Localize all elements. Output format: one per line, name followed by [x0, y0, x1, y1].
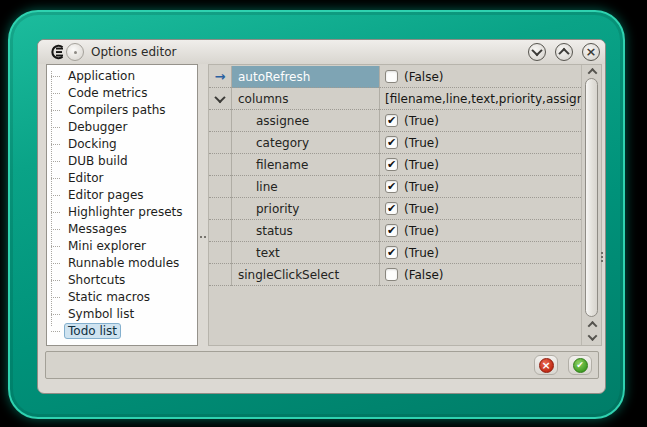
grid-row-priority[interactable]: priority✔(True)	[209, 198, 581, 220]
sidebar-item-editor-pages[interactable]: Editor pages	[47, 187, 197, 204]
property-value[interactable]: ✔(True)	[379, 176, 581, 198]
sidebar-item-todo-list[interactable]: Todo list	[47, 323, 197, 340]
property-name[interactable]: singleClickSelect	[231, 264, 379, 286]
property-rows: →autoRefresh(False)columns[filename,line…	[209, 66, 581, 286]
chevron-down-icon	[587, 331, 597, 341]
resize-grip-icon[interactable]	[601, 252, 603, 254]
property-value[interactable]: ✔(True)	[379, 110, 581, 132]
grid-row-assignee[interactable]: assignee✔(True)	[209, 110, 581, 132]
property-value[interactable]: [filename,line,text,priority,assigne	[379, 88, 581, 110]
checkbox-unchecked[interactable]	[385, 70, 398, 83]
property-name[interactable]: status	[231, 220, 379, 242]
property-name[interactable]: filename	[231, 154, 379, 176]
value-label: (True)	[404, 158, 439, 172]
chevron-up-icon	[587, 68, 597, 78]
sidebar-item-label: Shortcuts	[64, 272, 129, 288]
grid-row-line[interactable]: line✔(True)	[209, 176, 581, 198]
grid-row-singleclickselect[interactable]: singleClickSelect(False)	[209, 264, 581, 286]
grid-row-category[interactable]: category✔(True)	[209, 132, 581, 154]
property-name[interactable]: line	[231, 176, 379, 198]
chevron-down-icon	[531, 45, 542, 56]
property-value[interactable]: ✔(True)	[379, 242, 581, 264]
sidebar-item-label: Application	[64, 68, 139, 84]
close-icon: ×	[586, 45, 597, 58]
current-row-arrow-icon: →	[209, 66, 231, 88]
scroll-down-button[interactable]	[582, 331, 602, 344]
property-grid: →autoRefresh(False)columns[filename,line…	[208, 64, 602, 346]
accept-icon: ✔	[573, 358, 588, 373]
property-value[interactable]: ✔(True)	[379, 198, 581, 220]
value-label: (True)	[404, 180, 439, 194]
sidebar-item-label: Static macros	[64, 289, 154, 305]
sidebar-item-highlighter-presets[interactable]: Highlighter presets	[47, 204, 197, 221]
property-name[interactable]: text	[231, 242, 379, 264]
property-value[interactable]: ✔(True)	[379, 154, 581, 176]
sidebar-item-runnable-modules[interactable]: Runnable modules	[47, 255, 197, 272]
window-menu-button[interactable]	[66, 43, 84, 61]
sidebar-item-docking[interactable]: Docking	[47, 136, 197, 153]
property-value[interactable]: ✔(True)	[379, 220, 581, 242]
checkbox-checked[interactable]: ✔	[385, 136, 398, 149]
grid-row-text[interactable]: text✔(True)	[209, 242, 581, 264]
value-label: (False)	[404, 70, 444, 84]
sidebar-item-code-metrics[interactable]: Code metrics	[47, 85, 197, 102]
property-value[interactable]: (False)	[379, 264, 581, 286]
sidebar-item-label: Todo list	[64, 323, 121, 339]
panel-splitter[interactable]	[198, 64, 208, 346]
checkbox-unchecked[interactable]	[385, 268, 398, 281]
property-value[interactable]: (False)	[379, 66, 581, 88]
options-editor-window: Options editor × ApplicationCode metrics…	[37, 39, 606, 394]
close-button[interactable]: ×	[582, 43, 600, 61]
sidebar-item-static-macros[interactable]: Static macros	[47, 289, 197, 306]
property-name[interactable]: autoRefresh	[231, 66, 379, 88]
grid-row-status[interactable]: status✔(True)	[209, 220, 581, 242]
property-name[interactable]: category	[231, 132, 379, 154]
checkbox-checked[interactable]: ✔	[385, 180, 398, 193]
property-value[interactable]: ✔(True)	[379, 132, 581, 154]
scroll-up-button[interactable]	[582, 65, 602, 78]
cancel-button[interactable]: ×	[534, 355, 558, 375]
shade-button[interactable]	[528, 43, 546, 61]
titlebar[interactable]: Options editor ×	[38, 40, 605, 64]
grid-row-autorefresh[interactable]: →autoRefresh(False)	[209, 66, 581, 88]
scroll-up-button-bottom[interactable]	[582, 318, 602, 331]
chevron-up-icon	[587, 321, 597, 331]
checkbox-checked[interactable]: ✔	[385, 158, 398, 171]
property-name[interactable]: priority	[231, 198, 379, 220]
property-name[interactable]: assignee	[231, 110, 379, 132]
scrollbar-thumb[interactable]	[585, 78, 598, 317]
sidebar-item-compilers-paths[interactable]: Compilers paths	[47, 102, 197, 119]
sidebar-item-shortcuts[interactable]: Shortcuts	[47, 272, 197, 289]
sidebar-item-label: Symbol list	[64, 306, 138, 322]
maximize-button[interactable]	[555, 43, 573, 61]
collapse-toggle[interactable]	[209, 88, 231, 110]
checkbox-checked[interactable]: ✔	[385, 246, 398, 259]
sidebar-item-symbol-list[interactable]: Symbol list	[47, 306, 197, 323]
categories-tree: ApplicationCode metricsCompilers pathsDe…	[47, 65, 197, 340]
checkbox-checked[interactable]: ✔	[385, 202, 398, 215]
sidebar-item-application[interactable]: Application	[47, 68, 197, 85]
sidebar-item-label: Messages	[64, 221, 131, 237]
row-marker-empty	[209, 220, 231, 242]
sidebar-item-label: Editor	[64, 170, 108, 186]
row-marker-empty	[209, 176, 231, 198]
sidebar-item-label: Compilers paths	[64, 102, 170, 118]
checkbox-checked[interactable]: ✔	[385, 224, 398, 237]
sidebar-item-debugger[interactable]: Debugger	[47, 119, 197, 136]
row-marker-empty	[209, 132, 231, 154]
sidebar-item-mini-explorer[interactable]: Mini explorer	[47, 238, 197, 255]
vertical-scrollbar[interactable]	[581, 65, 601, 345]
grid-row-filename[interactable]: filename✔(True)	[209, 154, 581, 176]
checkbox-checked[interactable]: ✔	[385, 114, 398, 127]
row-marker-empty	[209, 242, 231, 264]
chevron-up-icon	[558, 48, 569, 59]
sidebar-item-messages[interactable]: Messages	[47, 221, 197, 238]
sidebar-item-dub-build[interactable]: DUB build	[47, 153, 197, 170]
property-name[interactable]: columns	[231, 88, 379, 110]
accept-button[interactable]: ✔	[568, 355, 592, 375]
sidebar-item-label: Code metrics	[64, 85, 151, 101]
sidebar-item-label: Runnable modules	[64, 255, 183, 271]
row-marker-empty	[209, 154, 231, 176]
grid-row-columns[interactable]: columns[filename,line,text,priority,assi…	[209, 88, 581, 110]
sidebar-item-editor[interactable]: Editor	[47, 170, 197, 187]
